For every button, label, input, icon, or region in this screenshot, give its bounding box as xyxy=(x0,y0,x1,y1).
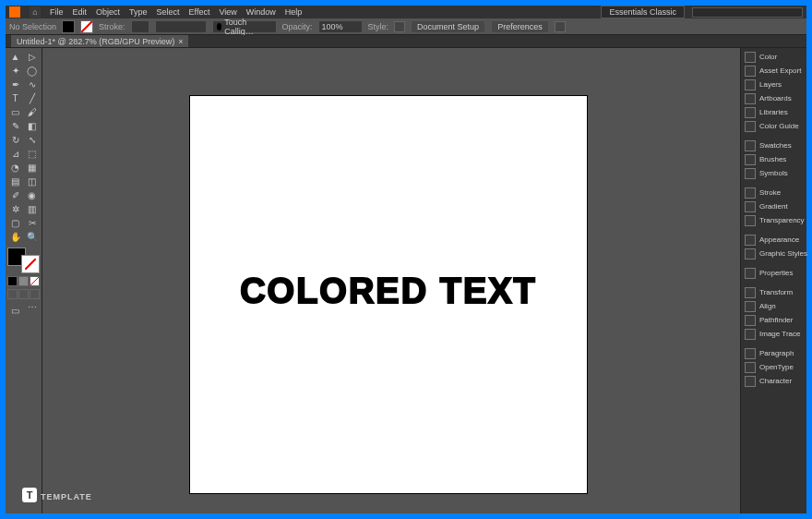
document-setup-button[interactable]: Document Setup xyxy=(411,20,485,33)
text-object[interactable]: COLORED TEXT xyxy=(190,272,587,311)
symbols-icon xyxy=(745,168,756,179)
column-graph-tool-icon[interactable]: ▥ xyxy=(24,202,40,215)
fill-swatch[interactable] xyxy=(62,20,75,33)
stroke-weight-dropdown[interactable] xyxy=(131,20,149,33)
panel-libraries[interactable]: Libraries xyxy=(741,105,806,119)
artboard-tool-icon[interactable]: ▢ xyxy=(7,216,23,229)
artboard[interactable]: COLORED TEXT xyxy=(190,96,587,493)
asset-export-icon xyxy=(745,66,756,77)
panel-paragraph[interactable]: Paragraph xyxy=(741,346,806,360)
opacity-input[interactable]: 100% xyxy=(318,20,363,33)
draw-inside-icon[interactable] xyxy=(30,289,40,299)
menu-object[interactable]: Object xyxy=(96,7,120,17)
scale-tool-icon[interactable]: ⤡ xyxy=(24,133,40,146)
free-transform-tool-icon[interactable]: ⬚ xyxy=(24,147,40,160)
menu-select[interactable]: Select xyxy=(157,7,180,17)
style-swatch[interactable] xyxy=(394,21,405,32)
rotate-tool-icon[interactable]: ↻ xyxy=(7,133,23,146)
shape-builder-tool-icon[interactable]: ◔ xyxy=(7,161,23,174)
properties-icon xyxy=(745,268,756,279)
stroke-icon xyxy=(745,187,756,199)
panel-color-guide[interactable]: Color Guide xyxy=(741,119,806,133)
menu-view[interactable]: View xyxy=(219,7,236,17)
panel-graphic-styles[interactable]: Graphic Styles xyxy=(741,247,806,260)
tools-panel: ▲ ▷ ✦ ◯ ✒ ∿ T ╱ ▭ 🖌 ✎ ◧ ↻ ⤡ ⊿ ⬚ ◔ ▦ ▤ ◫ … xyxy=(6,48,42,513)
menu-help[interactable]: Help xyxy=(285,7,303,17)
shaper-tool-icon[interactable]: ✎ xyxy=(7,119,23,132)
transparency-icon xyxy=(745,215,756,226)
none-mode-icon[interactable] xyxy=(30,276,40,286)
lasso-tool-icon[interactable]: ◯ xyxy=(24,64,40,77)
menu-file[interactable]: File xyxy=(50,7,64,17)
panel-symbols[interactable]: Symbols xyxy=(741,166,806,180)
brush-dropdown[interactable]: Touch Callig… xyxy=(212,20,277,33)
magic-wand-tool-icon[interactable]: ✦ xyxy=(7,64,23,77)
type-tool-icon[interactable]: T xyxy=(7,91,23,104)
draw-normal-icon[interactable] xyxy=(7,289,18,299)
eyedropper-tool-icon[interactable]: ✐ xyxy=(7,188,23,201)
panel-appearance[interactable]: Appearance xyxy=(741,233,806,247)
paintbrush-tool-icon[interactable]: 🖌 xyxy=(24,105,40,118)
color-mode-icon[interactable] xyxy=(7,276,18,286)
menu-type[interactable]: Type xyxy=(129,7,148,17)
gradient-tool-icon[interactable]: ◫ xyxy=(24,175,40,187)
slice-tool-icon[interactable]: ✂ xyxy=(24,216,40,229)
line-tool-icon[interactable]: ╱ xyxy=(24,91,40,104)
color-panel-icon xyxy=(745,52,756,63)
panel-opentype[interactable]: OpenType xyxy=(741,360,806,374)
character-icon xyxy=(745,376,756,387)
draw-behind-icon[interactable] xyxy=(18,289,29,299)
canvas-area[interactable]: COLORED TEXT xyxy=(42,48,740,513)
menu-effect[interactable]: Effect xyxy=(189,7,210,17)
direct-selection-tool-icon[interactable]: ▷ xyxy=(24,50,40,63)
close-tab-icon[interactable]: × xyxy=(178,37,183,46)
selection-tool-icon[interactable]: ▲ xyxy=(7,50,23,63)
gradient-mode-icon[interactable] xyxy=(18,276,29,286)
stroke-color-icon[interactable] xyxy=(21,255,40,273)
watermark-icon: T xyxy=(22,488,37,502)
app-logo-icon xyxy=(9,6,20,18)
preferences-button[interactable]: Preferences xyxy=(491,20,549,33)
panel-gradient[interactable]: Gradient xyxy=(741,199,806,213)
mesh-tool-icon[interactable]: ▤ xyxy=(7,175,23,187)
search-input[interactable] xyxy=(692,7,803,18)
panel-color[interactable]: Color xyxy=(741,50,806,64)
curvature-tool-icon[interactable]: ∿ xyxy=(24,78,40,91)
document-tab[interactable]: Untitled-1* @ 282.7% (RGB/GPU Preview) × xyxy=(11,35,188,47)
panel-asset-export[interactable]: Asset Export xyxy=(741,64,806,78)
stroke-swatch[interactable] xyxy=(80,20,93,33)
panel-character[interactable]: Character xyxy=(741,374,806,388)
workspace-selector[interactable]: Essentials Classic xyxy=(601,6,685,18)
graphic-styles-icon xyxy=(745,248,756,260)
rectangle-tool-icon[interactable]: ▭ xyxy=(7,105,23,118)
draw-mode-toggles xyxy=(7,289,40,299)
blend-tool-icon[interactable]: ◉ xyxy=(24,188,40,201)
panel-align[interactable]: Align xyxy=(741,299,806,313)
width-tool-icon[interactable]: ⊿ xyxy=(7,147,23,160)
panel-image-trace[interactable]: Image Trace xyxy=(741,327,806,341)
color-well[interactable] xyxy=(7,247,40,273)
eraser-tool-icon[interactable]: ◧ xyxy=(24,119,40,132)
brushes-icon xyxy=(745,154,756,165)
screen-mode-icon[interactable]: ▭ xyxy=(7,304,23,317)
zoom-tool-icon[interactable]: 🔍 xyxy=(24,230,40,243)
panel-transparency[interactable]: Transparency xyxy=(741,213,806,227)
panel-layers[interactable]: Layers xyxy=(741,78,806,91)
home-icon[interactable]: ⌂ xyxy=(30,6,41,18)
edit-toolbar-icon[interactable]: ⋯ xyxy=(24,300,40,313)
panel-brushes[interactable]: Brushes xyxy=(741,152,806,166)
panel-pathfinder[interactable]: Pathfinder xyxy=(741,313,806,327)
panel-stroke[interactable]: Stroke xyxy=(741,186,806,199)
menu-window[interactable]: Window xyxy=(246,7,276,17)
menu-edit[interactable]: Edit xyxy=(73,7,88,17)
symbol-sprayer-tool-icon[interactable]: ✲ xyxy=(7,202,23,215)
panel-transform[interactable]: Transform xyxy=(741,285,806,299)
align-icon[interactable] xyxy=(555,21,566,32)
variable-width-dropdown[interactable] xyxy=(155,20,207,33)
panel-artboards[interactable]: Artboards xyxy=(741,91,806,105)
panel-properties[interactable]: Properties xyxy=(741,266,806,280)
perspective-tool-icon[interactable]: ▦ xyxy=(24,161,40,174)
hand-tool-icon[interactable]: ✋ xyxy=(7,230,23,243)
panel-swatches[interactable]: Swatches xyxy=(741,139,806,152)
pen-tool-icon[interactable]: ✒ xyxy=(7,78,23,91)
